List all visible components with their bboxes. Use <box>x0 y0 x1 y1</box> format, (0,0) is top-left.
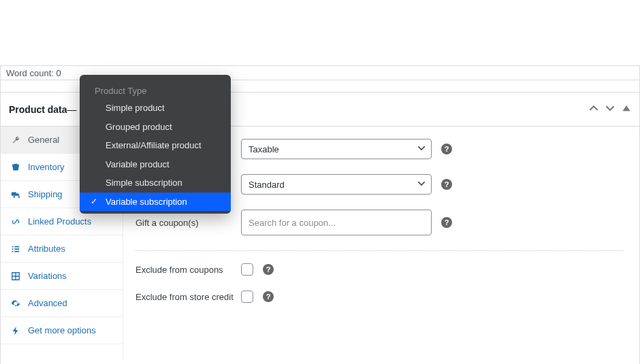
dropdown-option-variable-product[interactable]: Variable product <box>80 155 231 174</box>
section-divider <box>135 250 623 251</box>
dropdown-option-grouped-product[interactable]: Grouped product <box>80 118 231 137</box>
exclude-coupons-help-icon[interactable]: ? <box>263 264 274 275</box>
tax-status-help-icon[interactable]: ? <box>441 144 452 154</box>
panel-header-controls <box>589 103 631 115</box>
move-up-icon[interactable] <box>589 103 598 115</box>
tab-attributes[interactable]: Attributes <box>1 235 123 263</box>
truck-icon <box>10 190 21 199</box>
dropdown-option-simple-product[interactable]: Simple product <box>80 99 231 118</box>
chevron-down-icon <box>417 144 426 154</box>
dropdown-option-simple-subscription[interactable]: Simple subscription <box>80 173 231 193</box>
tab-variations[interactable]: Variations <box>1 263 123 290</box>
exclude-store-credit-label: Exclude from store credit <box>135 292 241 302</box>
tax-class-select[interactable]: Standard <box>241 174 432 195</box>
gift-coupon-placeholder: Search for a coupon... <box>249 218 336 228</box>
grid-icon <box>10 271 21 281</box>
list-icon <box>10 244 21 254</box>
exclude-store-credit-help-icon[interactable]: ? <box>263 291 274 302</box>
product-type-dropdown: Product Type Simple product Grouped prod… <box>80 75 231 214</box>
tab-label: Linked Products <box>28 216 91 227</box>
tax-status-select[interactable]: Taxable <box>241 139 432 159</box>
gift-coupon-input[interactable]: Search for a coupon... <box>241 210 432 235</box>
collapse-icon[interactable] <box>622 103 631 115</box>
exclude-coupons-row: Exclude from coupons ? <box>135 263 623 276</box>
gift-coupon-help-icon[interactable]: ? <box>441 217 452 228</box>
product-data-panel: Word count: 0 Product data — Genera <box>0 65 640 364</box>
panel-title: Product data <box>9 104 67 115</box>
exclude-coupons-checkbox[interactable] <box>241 263 253 276</box>
link-icon <box>10 217 21 227</box>
tax-status-value: Taxable <box>249 144 279 154</box>
tax-class-value: Standard <box>249 180 285 190</box>
tab-label: Advanced <box>28 298 67 308</box>
gear-icon <box>10 299 21 308</box>
chevron-down-icon <box>417 180 426 190</box>
move-down-icon[interactable] <box>605 103 615 115</box>
lightning-icon <box>10 326 21 335</box>
tab-get-more-options[interactable]: Get more options <box>1 317 123 344</box>
exclude-store-credit-checkbox[interactable] <box>241 291 253 303</box>
tax-class-help-icon[interactable]: ? <box>441 179 452 190</box>
dropdown-option-external-affiliate[interactable]: External/Affiliate product <box>80 136 231 155</box>
dropdown-option-variable-subscription[interactable]: Variable subscription <box>80 193 231 212</box>
exclude-store-credit-row: Exclude from store credit ? <box>135 291 623 303</box>
word-count-text: Word count: 0 <box>6 68 61 78</box>
tab-label: Attributes <box>28 244 65 254</box>
panel-title-dash: — <box>67 104 77 115</box>
wrench-icon <box>10 135 21 145</box>
tab-label: Shipping <box>28 189 63 199</box>
exclude-coupons-label: Exclude from coupons <box>135 265 241 275</box>
tab-label: Inventory <box>28 162 64 172</box>
tab-label: Get more options <box>28 325 96 335</box>
tab-label: Variations <box>28 271 67 281</box>
tab-advanced[interactable]: Advanced <box>1 290 123 317</box>
dropdown-header: Product Type <box>80 79 231 99</box>
inventory-icon <box>10 163 21 172</box>
gift-coupon-label: Gift a coupon(s) <box>135 218 241 228</box>
tab-label: General <box>28 135 59 145</box>
